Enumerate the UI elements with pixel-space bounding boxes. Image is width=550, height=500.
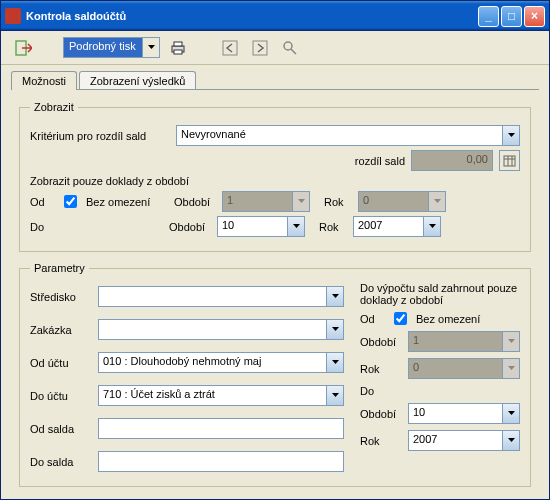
od-label: Od bbox=[30, 196, 58, 208]
group-zobrazit: Zobrazit Kritérium pro rozdíl sald Nevyr… bbox=[19, 101, 531, 252]
show-only-label: Zobrazit pouze doklady z období bbox=[30, 175, 189, 187]
nav-prev-button[interactable] bbox=[218, 36, 242, 60]
do-salda-label: Do salda bbox=[30, 456, 92, 468]
zakazka-combo[interactable] bbox=[98, 319, 344, 340]
criterion-label: Kritérium pro rozdíl sald bbox=[30, 130, 170, 142]
stredisko-combo[interactable] bbox=[98, 286, 344, 307]
od-period-combo-2: 1 bbox=[408, 331, 520, 352]
chevron-down-icon bbox=[293, 191, 310, 212]
group-parametry: Parametry Středisko Zakázka bbox=[19, 262, 531, 487]
svg-rect-4 bbox=[223, 41, 237, 55]
do-uctu-combo[interactable]: 710 : Účet zisků a ztrát bbox=[98, 385, 344, 406]
minimize-button[interactable]: _ bbox=[478, 6, 499, 27]
no-limit-label: Bez omezení bbox=[86, 196, 168, 208]
chevron-down-icon[interactable] bbox=[503, 403, 520, 424]
legend-parametry: Parametry bbox=[30, 262, 89, 274]
year-label: Rok bbox=[360, 435, 402, 447]
do-salda-input[interactable] bbox=[98, 451, 344, 472]
diff-value: 0,00 bbox=[411, 150, 493, 171]
no-limit-checkbox[interactable] bbox=[64, 195, 77, 208]
od-uctu-combo[interactable]: 010 : Dlouhodobý nehmotný maj bbox=[98, 352, 344, 373]
od-salda-label: Od salda bbox=[30, 423, 92, 435]
svg-rect-2 bbox=[174, 42, 182, 46]
tab-options[interactable]: Možnosti bbox=[11, 71, 77, 90]
maximize-button[interactable]: □ bbox=[501, 6, 522, 27]
period-label: Období bbox=[360, 336, 402, 348]
chevron-down-icon[interactable] bbox=[288, 216, 305, 237]
od-salda-input[interactable] bbox=[98, 418, 344, 439]
chevron-down-icon[interactable] bbox=[143, 37, 160, 58]
print-mode-combo[interactable]: Podrobný tisk bbox=[63, 37, 160, 58]
window-title: Kontrola saldoúčtů bbox=[26, 10, 476, 22]
search-button[interactable] bbox=[278, 36, 302, 60]
svg-point-6 bbox=[284, 42, 292, 50]
od-year-combo-2: 0 bbox=[408, 358, 520, 379]
od-label: Od bbox=[360, 313, 388, 325]
chevron-down-icon[interactable] bbox=[327, 352, 344, 373]
svg-rect-7 bbox=[504, 156, 515, 166]
right-header: Do výpočtu sald zahrnout pouze doklady z… bbox=[360, 282, 520, 306]
print-mode-value: Podrobný tisk bbox=[63, 37, 143, 58]
year-label: Rok bbox=[360, 363, 402, 375]
period-label: Období bbox=[169, 221, 211, 233]
app-icon bbox=[5, 8, 21, 24]
year-label: Rok bbox=[319, 221, 347, 233]
od-year-combo: 0 bbox=[358, 191, 446, 212]
chevron-down-icon[interactable] bbox=[327, 385, 344, 406]
do-uctu-label: Do účtu bbox=[30, 390, 92, 402]
od-uctu-label: Od účtu bbox=[30, 357, 92, 369]
close-button[interactable]: × bbox=[524, 6, 545, 27]
chevron-down-icon[interactable] bbox=[424, 216, 441, 237]
chevron-down-icon[interactable] bbox=[503, 125, 520, 146]
svg-rect-3 bbox=[174, 50, 182, 54]
period-label: Období bbox=[360, 408, 402, 420]
period-label: Období bbox=[174, 196, 216, 208]
exit-button[interactable] bbox=[11, 36, 35, 60]
nav-next-button[interactable] bbox=[248, 36, 272, 60]
chevron-down-icon[interactable] bbox=[327, 319, 344, 340]
do-label: Do bbox=[360, 385, 374, 397]
diff-label: rozdíl sald bbox=[355, 155, 405, 167]
no-limit-label: Bez omezení bbox=[416, 313, 480, 325]
zakazka-label: Zakázka bbox=[30, 324, 92, 336]
do-period-combo-2[interactable]: 10 bbox=[408, 403, 520, 424]
svg-rect-5 bbox=[253, 41, 267, 55]
year-label: Rok bbox=[324, 196, 352, 208]
do-year-combo-2[interactable]: 2007 bbox=[408, 430, 520, 451]
chevron-down-icon bbox=[429, 191, 446, 212]
do-label: Do bbox=[30, 221, 58, 233]
print-button[interactable] bbox=[166, 36, 190, 60]
od-period-combo: 1 bbox=[222, 191, 310, 212]
do-period-combo[interactable]: 10 bbox=[217, 216, 305, 237]
stredisko-label: Středisko bbox=[30, 291, 92, 303]
no-limit-checkbox-2[interactable] bbox=[394, 312, 407, 325]
tab-results[interactable]: Zobrazení výsledků bbox=[79, 71, 196, 90]
chevron-down-icon bbox=[503, 331, 520, 352]
chevron-down-icon[interactable] bbox=[503, 430, 520, 451]
do-year-combo[interactable]: 2007 bbox=[353, 216, 441, 237]
calendar-icon[interactable] bbox=[499, 150, 520, 171]
chevron-down-icon bbox=[503, 358, 520, 379]
legend-zobrazit: Zobrazit bbox=[30, 101, 78, 113]
chevron-down-icon[interactable] bbox=[327, 286, 344, 307]
criterion-combo[interactable]: Nevyrovnané bbox=[176, 125, 520, 146]
